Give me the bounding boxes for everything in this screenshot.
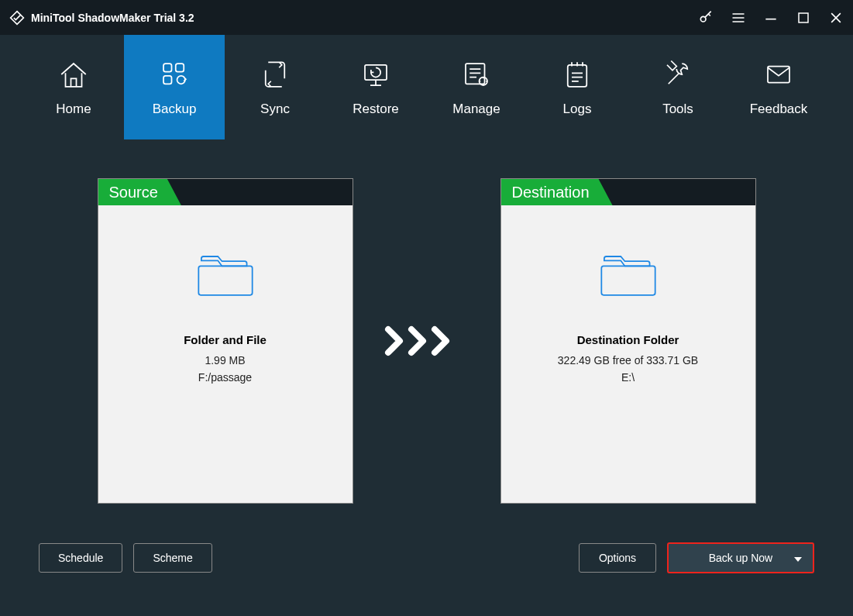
window-controls <box>698 10 844 26</box>
tools-icon <box>662 58 694 91</box>
folder-icon <box>194 248 256 302</box>
chevron-down-icon <box>794 552 802 564</box>
svg-rect-10 <box>198 266 252 294</box>
destination-path: E:\ <box>621 371 635 384</box>
source-title: Folder and File <box>184 333 267 346</box>
destination-info: 322.49 GB free of 333.71 GB <box>558 354 698 367</box>
minimize-icon[interactable] <box>763 10 779 26</box>
transfer-arrow-icon <box>384 325 469 356</box>
schedule-button[interactable]: Schedule <box>39 543 122 573</box>
destination-title: Destination Folder <box>577 333 679 346</box>
nav-backup[interactable]: Backup <box>124 35 225 139</box>
svg-rect-8 <box>568 64 587 86</box>
source-path: F:/passage <box>198 371 252 384</box>
source-size: 1.99 MB <box>205 354 245 367</box>
home-icon <box>57 58 90 91</box>
main-nav: Home Backup Sync Restore Manage Logs Too… <box>0 35 853 139</box>
nav-label: Home <box>56 102 91 117</box>
svg-point-0 <box>700 16 706 22</box>
manage-icon <box>460 58 493 91</box>
source-header: Source <box>98 179 353 205</box>
backup-icon <box>158 58 191 91</box>
nav-home[interactable]: Home <box>23 35 124 139</box>
folder-icon <box>597 248 659 302</box>
sync-icon <box>259 58 291 91</box>
svg-rect-4 <box>163 75 172 84</box>
svg-rect-2 <box>163 64 172 72</box>
nav-label: Logs <box>563 102 592 117</box>
nav-label: Sync <box>260 102 290 117</box>
source-body: Folder and File 1.99 MB F:/passage <box>98 205 353 388</box>
destination-body: Destination Folder 322.49 GB free of 333… <box>501 205 755 388</box>
destination-tab: Destination <box>501 179 613 205</box>
backup-now-button[interactable]: Back up Now <box>667 542 814 573</box>
svg-rect-11 <box>601 266 655 294</box>
source-tab: Source <box>98 179 181 205</box>
maximize-icon[interactable] <box>796 10 811 26</box>
menu-icon[interactable] <box>731 10 746 26</box>
nav-label: Tools <box>662 102 693 117</box>
nav-feedback[interactable]: Feedback <box>728 35 829 139</box>
feedback-icon <box>762 58 795 91</box>
destination-header: Destination <box>501 179 755 205</box>
scheme-button[interactable]: Scheme <box>133 543 212 573</box>
nav-label: Restore <box>353 102 399 117</box>
nav-label: Backup <box>153 102 197 117</box>
footer-actions: Schedule Scheme Options Back up Now <box>0 542 853 573</box>
nav-logs[interactable]: Logs <box>527 35 628 139</box>
destination-panel[interactable]: Destination Destination Folder 322.49 GB… <box>500 178 756 504</box>
close-icon[interactable] <box>828 10 844 26</box>
nav-manage[interactable]: Manage <box>426 35 527 139</box>
title-bar: MiniTool ShadowMaker Trial 3.2 <box>0 0 853 35</box>
nav-label: Manage <box>452 102 500 117</box>
app-logo: MiniTool ShadowMaker Trial 3.2 <box>9 10 194 26</box>
svg-rect-9 <box>768 66 789 82</box>
svg-rect-1 <box>799 13 808 22</box>
nav-sync[interactable]: Sync <box>225 35 325 139</box>
logs-icon <box>561 58 593 91</box>
key-icon[interactable] <box>698 10 714 26</box>
nav-label: Feedback <box>750 102 808 117</box>
app-logo-icon <box>9 10 25 26</box>
nav-tools[interactable]: Tools <box>628 35 728 139</box>
nav-restore[interactable]: Restore <box>325 35 426 139</box>
app-title: MiniTool ShadowMaker Trial 3.2 <box>31 12 194 24</box>
backup-now-label: Back up Now <box>709 552 772 564</box>
svg-rect-3 <box>176 64 184 72</box>
options-button[interactable]: Options <box>579 543 656 573</box>
main-content: Source Folder and File 1.99 MB F:/passag… <box>0 139 853 519</box>
source-panel[interactable]: Source Folder and File 1.99 MB F:/passag… <box>98 178 353 504</box>
restore-icon <box>359 58 392 91</box>
